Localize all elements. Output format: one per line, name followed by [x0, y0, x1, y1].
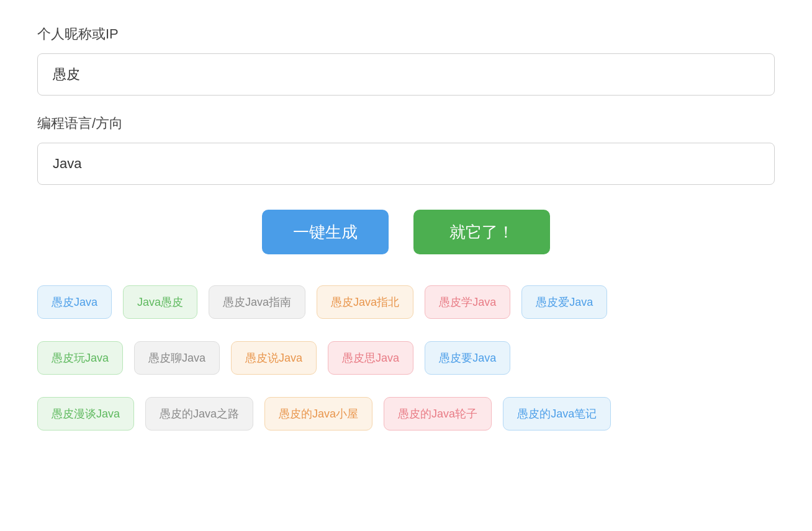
tag-item[interactable]: 愚皮的Java之路: [145, 397, 253, 431]
tag-item[interactable]: 愚皮Java: [37, 285, 112, 319]
tag-item[interactable]: 愚皮的Java小屋: [264, 397, 372, 431]
language-label: 编程语言/方向: [37, 114, 775, 133]
language-section: 编程语言/方向: [37, 114, 775, 185]
tag-item[interactable]: 愚皮的Java笔记: [503, 397, 611, 431]
tags-row-3: 愚皮漫谈Java愚皮的Java之路愚皮的Java小屋愚皮的Java轮子愚皮的Ja…: [37, 397, 611, 431]
tags-row-2: 愚皮玩Java愚皮聊Java愚皮说Java愚皮思Java愚皮要Java: [37, 341, 510, 375]
tags-row-1: 愚皮JavaJava愚皮愚皮Java指南愚皮Java指北愚皮学Java愚皮爱Ja…: [37, 285, 607, 319]
tag-item[interactable]: 愚皮Java指南: [209, 285, 305, 319]
tag-item[interactable]: 愚皮漫谈Java: [37, 397, 134, 431]
tag-item[interactable]: Java愚皮: [123, 285, 197, 319]
tag-item[interactable]: 愚皮思Java: [328, 341, 413, 375]
tag-item[interactable]: 愚皮学Java: [425, 285, 510, 319]
tag-item[interactable]: 愚皮爱Java: [521, 285, 607, 319]
tag-item[interactable]: 愚皮的Java轮子: [384, 397, 492, 431]
button-row: 一键生成 就它了！: [37, 210, 775, 254]
tag-item[interactable]: 愚皮玩Java: [37, 341, 123, 375]
tag-item[interactable]: 愚皮Java指北: [317, 285, 413, 319]
language-input[interactable]: [37, 143, 775, 185]
tag-item[interactable]: 愚皮要Java: [425, 341, 510, 375]
tags-container: 愚皮JavaJava愚皮愚皮Java指南愚皮Java指北愚皮学Java愚皮爱Ja…: [37, 285, 775, 442]
tag-item[interactable]: 愚皮聊Java: [134, 341, 220, 375]
generate-button[interactable]: 一键生成: [262, 210, 389, 254]
nickname-label: 个人昵称或IP: [37, 25, 775, 43]
confirm-button[interactable]: 就它了！: [413, 210, 550, 254]
nickname-section: 个人昵称或IP: [37, 25, 775, 96]
tag-item[interactable]: 愚皮说Java: [231, 341, 317, 375]
nickname-input[interactable]: [37, 53, 775, 96]
